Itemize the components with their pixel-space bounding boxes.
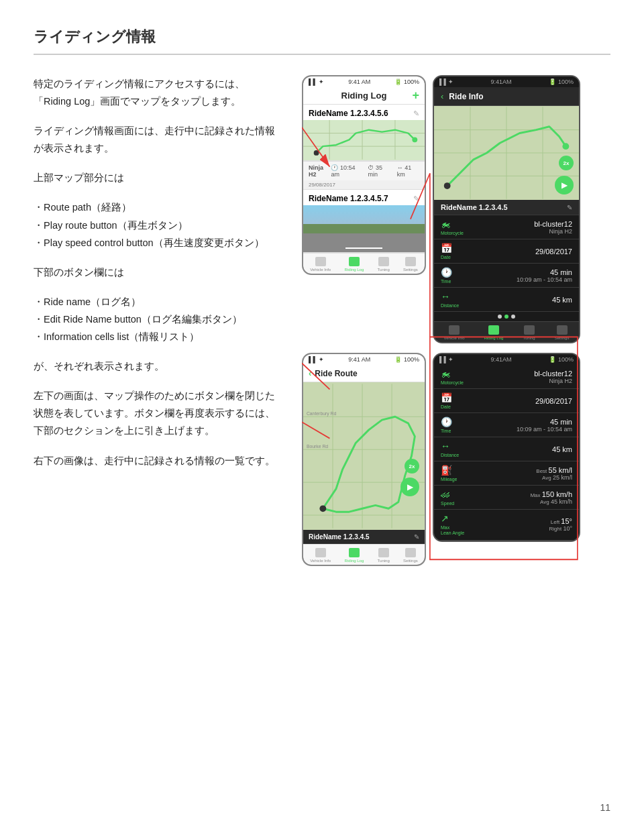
tab-label: Vehicle Info [310, 268, 331, 272]
ride-item-1-bottom: Ninja H2 🕐 10:54 am ⏱ 35 min ↔ 41 km [303, 161, 425, 180]
detail-label-motorcycle: 🏍 Motorcycle [441, 368, 488, 385]
dark-tab-riding-log[interactable]: Riding Log [484, 325, 504, 340]
detail-lean-icon: ↗ [441, 513, 449, 524]
label-text: Date [441, 255, 451, 260]
section-header: ライディング情報 [34, 27, 610, 55]
detail-value-speed: Max 150 km/h Avg 45 km/h [488, 490, 572, 505]
status-bar: ▌▌ ✦ 9:41 AM 🔋 100% [303, 76, 425, 87]
tab-label: Tuning [378, 268, 390, 272]
play-button[interactable]: ▶ [555, 176, 574, 195]
info-value-date: 29/08/2017 [488, 247, 572, 256]
edit-ride-name-button[interactable]: ✎ [567, 204, 572, 211]
detail-label-lean: ↗ MaxLean Angle [441, 513, 488, 537]
detail-row-time: 🕐 Time 45 min10:09 am - 10:54 am [434, 413, 579, 437]
detail-row-mileage: ⛽ Mileage Best 55 km/l Avg 25 km/l [434, 461, 579, 486]
info-label-time: 🕐 Time [441, 267, 488, 284]
detail-fuel-icon: ⛽ [441, 465, 452, 476]
ride-item-2[interactable]: RideName 1.2.3.4.5.7 ✎ [303, 190, 425, 253]
detail-distance-icon: ↔ [441, 441, 450, 451]
tab-label: Riding Log [345, 268, 364, 272]
tab-label: Riding Log [345, 559, 364, 563]
paragraph-4-suffix: が、それぞれ表示されます。 [34, 357, 282, 375]
label-text: Time [441, 279, 451, 284]
detail-sub-value-time: 10:09 am - 10:54 am [488, 426, 572, 433]
panel-battery-detail: 🔋 100% [549, 356, 574, 363]
speed-badge-route[interactable]: 2x [405, 459, 419, 474]
tab-riding-log[interactable]: Riding Log [345, 257, 364, 272]
status-signal: ▌▌ ✦ [309, 356, 324, 363]
detail-label-speed: 🏎 Speed [441, 489, 488, 506]
list-item: Play route button（再生ボタン） [34, 217, 282, 234]
dot-indicator [434, 312, 579, 321]
status-battery: 🔋 100% [394, 78, 419, 85]
detail-label-distance: ↔ Distance [441, 441, 488, 457]
dark-tab-bar: Vehicle Info Riding Log Tuning Sett [434, 321, 579, 342]
list-item: Route path（経路） [34, 199, 282, 216]
list-item: Edit Ride Name button（ログ名編集ボタン） [34, 311, 282, 328]
ride-info-panel-top: ▌▌✦ 9:41AM 🔋 100% ‹ Ride Info [433, 75, 580, 343]
detail-sub-value-motorcycle: Ninja H2 [488, 378, 572, 384]
back-arrow-route[interactable]: ‹ [309, 368, 311, 378]
info-label-date: 📅 Date [441, 243, 488, 260]
tab-vehicle-info-route[interactable]: Vehicle Info [310, 548, 331, 563]
detail-motorcycle-icon: 🏍 [441, 368, 450, 379]
paragraph-5: 左下の画面は、マップ操作のためにボタン欄を閉じた状態を表しています。ボタン欄を再… [34, 387, 282, 439]
svg-point-6 [412, 137, 417, 142]
info-value-time: 45 min10:09 am - 10:54 am [488, 268, 572, 283]
tab-riding-log-route[interactable]: Riding Log [345, 548, 364, 563]
tab-settings-route[interactable]: Settings [403, 548, 418, 563]
label-text: Motorcycle [441, 231, 464, 235]
speed-badge[interactable]: 2x [559, 156, 574, 170]
dark-tab-tuning[interactable]: Tuning [523, 325, 535, 340]
route-edit-icon[interactable]: ✎ [414, 533, 419, 541]
detail-value-motorcycle: bl-cluster12Ninja H2 [488, 370, 572, 384]
svg-point-14 [444, 182, 451, 189]
detail-label-text: Time [441, 429, 451, 433]
paragraph-4-list: Ride name（ログ名） Edit Ride Name button（ログ名… [34, 293, 282, 345]
tab-settings[interactable]: Settings [403, 257, 418, 272]
dark-tab-settings[interactable]: Settings [555, 325, 570, 340]
dark-tab-vehicle[interactable]: Vehicle Info [444, 325, 465, 340]
tab-tuning[interactable]: Tuning [378, 257, 390, 272]
panel-signal: ▌▌✦ [439, 78, 453, 85]
ride-route-map: Canterbury Rd Bourke Rd ▶ 2x [303, 382, 425, 530]
detail-sub-lean: Right 10° [488, 525, 572, 532]
left-text-column: 特定のライディング情報にアクセスするには、「Riding Log」画面でマップを… [34, 75, 282, 566]
play-button-route[interactable]: ▶ [400, 478, 419, 496]
panel-title: Ride Info [449, 92, 483, 101]
panel-signal-detail: ▌▌✦ [439, 356, 453, 363]
bottom-screenshot-row: ▌▌ ✦ 9:41 AM 🔋 100% ‹ Ride Route [302, 353, 580, 566]
detail-label-time: 🕐 Time [441, 416, 488, 433]
ride-map-thumb-1 [303, 120, 425, 160]
ride-distance: ↔ 41 km [397, 164, 419, 178]
svg-point-5 [314, 150, 319, 156]
panel-status-bar: ▌▌✦ 9:41AM 🔋 100% [434, 76, 579, 87]
tab-label: Settings [555, 336, 570, 340]
clock-icon: 🕐 [441, 267, 452, 278]
tab-vehicle-info[interactable]: Vehicle Info [310, 257, 331, 272]
detail-clock-icon: 🕐 [441, 416, 452, 427]
calendar-icon: 📅 [441, 243, 452, 254]
list-item: Information cells list（情報リスト） [34, 328, 282, 345]
detail-speed-icon: 🏎 [441, 489, 450, 500]
info-value-motorcycle: bl-cluster12Ninja H2 [488, 220, 572, 235]
back-button[interactable]: ‹ [441, 91, 443, 101]
detail-label-mileage: ⛽ Mileage [441, 465, 488, 482]
route-bottom-bar: RideName 1.2.3.4.5 ✎ [303, 530, 425, 544]
tab-tuning-route[interactable]: Tuning [378, 548, 390, 563]
paragraph-3-list: Route path（経路） Play route button（再生ボタン） … [34, 199, 282, 251]
add-button[interactable]: + [412, 89, 419, 103]
ride-name-2: RideName 1.2.3.4.5.7 [309, 194, 388, 203]
panel-status-detail: ▌▌✦ 9:41AM 🔋 100% [434, 354, 579, 365]
detail-sub-mileage: Avg 25 km/l [488, 474, 572, 481]
ride-item-1[interactable]: RideName 1.2.3.4.5.6 ✎ [303, 105, 425, 161]
screenshots-wrapper: ▌▌ ✦ 9:41 AM 🔋 100% Riding Log + RideNam… [302, 75, 580, 566]
distance-icon: ↔ [441, 291, 450, 302]
motorcycle-icon: 🏍 [441, 219, 450, 229]
panel-time-detail: 9:41AM [491, 356, 512, 363]
dot-2-active [504, 315, 508, 319]
info-sub-value-time: 10:09 am - 10:54 am [488, 276, 572, 283]
edit-icon-1[interactable]: ✎ [413, 109, 419, 118]
edit-icon-2[interactable]: ✎ [413, 195, 419, 203]
detail-row-speed: 🏎 Speed Max 150 km/h Avg 45 km/h [434, 486, 579, 510]
